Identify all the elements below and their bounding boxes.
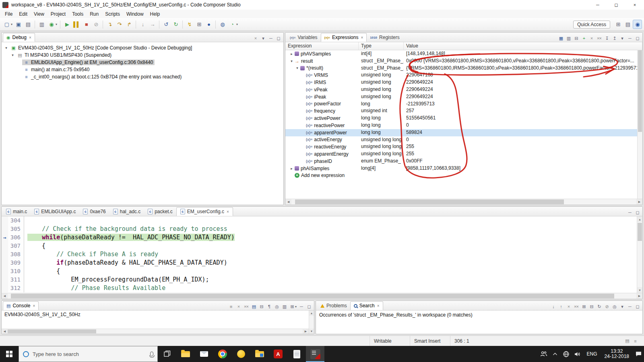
scroll-down-icon[interactable]: ▼ xyxy=(309,329,314,334)
disconnect-icon[interactable]: ⊘ xyxy=(91,20,101,29)
save-icon[interactable]: ▣ xyxy=(14,20,23,29)
remove-match-icon[interactable]: × xyxy=(565,303,572,310)
minimize-icon[interactable]: ─ xyxy=(626,209,634,216)
console-view-icon[interactable]: ▥ xyxy=(37,20,46,29)
tab-variables[interactable]: (x)= Variables xyxy=(287,33,321,42)
external-tools-menu-arrow[interactable]: ▾ xyxy=(236,23,238,26)
scroll-track[interactable] xyxy=(637,222,642,287)
code-text[interactable]: EM_processForegroundData(EM_PH_A_IDX); xyxy=(24,276,209,284)
memory-view-icon[interactable]: ⊞ xyxy=(194,20,204,29)
expression-row[interactable]: (x)=IRMSunsigned long2290649224 xyxy=(285,79,642,86)
maximize-button[interactable]: ◻ xyxy=(607,0,625,10)
quick-access-button[interactable]: Quick Access xyxy=(573,21,610,29)
expander-icon[interactable]: ▾ xyxy=(3,46,9,50)
minimize-button[interactable]: ─ xyxy=(588,0,607,10)
expression-row[interactable]: ▸phAVSamplesint[4][148,149,148,148] xyxy=(285,50,642,58)
step-into-icon[interactable]: ↴ xyxy=(105,20,114,29)
expression-row[interactable]: (x)=activePowerlong long51556450561 xyxy=(285,115,642,122)
tab-registers[interactable]: 1010 Registers xyxy=(367,33,402,42)
menu-file[interactable]: File xyxy=(2,10,16,18)
menu-view[interactable]: View xyxy=(31,10,47,18)
view-menu-icon[interactable]: ▾ xyxy=(618,35,626,42)
suspend-icon[interactable]: ▌▌ xyxy=(72,20,81,29)
scroll-lock-icon[interactable]: ⊟ xyxy=(258,303,265,310)
remove-all-expressions-icon[interactable]: ×× xyxy=(595,35,603,42)
search-tab-close-icon[interactable]: × xyxy=(377,304,380,308)
start-button[interactable] xyxy=(0,346,19,362)
expressions-vscrollbar[interactable] xyxy=(637,50,642,199)
debug-launch-icon[interactable]: ◉ xyxy=(47,20,56,29)
scroll-thumb[interactable] xyxy=(295,200,564,204)
expression-row[interactable]: (x)=frequencyunsigned int257 xyxy=(285,107,642,115)
scroll-up-icon[interactable]: ▲ xyxy=(309,311,314,316)
menu-scripts[interactable]: Scripts xyxy=(102,10,123,18)
view-menu-icon[interactable]: ▾ xyxy=(259,35,267,42)
expander-icon[interactable]: ▸ xyxy=(289,52,295,56)
display-selected-console-icon[interactable]: ▥ xyxy=(281,303,288,310)
search-tab[interactable]: Search × xyxy=(350,301,383,310)
pin-console-icon[interactable]: ◎ xyxy=(273,303,281,310)
expander-icon[interactable]: ▸ xyxy=(289,167,295,171)
column-type[interactable]: Type xyxy=(359,42,404,50)
editor-tab-close-icon[interactable]: × xyxy=(227,210,229,214)
new-icon[interactable]: ▢ xyxy=(2,20,11,29)
add-expression-icon[interactable]: + xyxy=(580,35,588,42)
debug-stack-row[interactable]: ≡EMLibGUIApp_Engine() at EM_userConfig.c… xyxy=(2,59,283,66)
collapse-all-icon[interactable]: ⊟ xyxy=(572,35,580,42)
print-icon[interactable]: ▤ xyxy=(23,20,33,29)
terminate-console-icon[interactable]: ■ xyxy=(227,303,235,310)
action-center-button[interactable] xyxy=(633,346,644,362)
taskbar-app-folder-app[interactable] xyxy=(250,346,269,362)
maximize-icon[interactable]: ◻ xyxy=(634,35,641,42)
code-text[interactable]: // Check if Phase A is ready xyxy=(24,250,158,259)
scroll-thumb[interactable] xyxy=(638,223,642,241)
microphone-icon[interactable] xyxy=(150,352,153,356)
expander-icon[interactable]: ▾ xyxy=(289,59,295,63)
debug-stack-row[interactable]: ≡main() at main.c:75 0x9540 xyxy=(2,66,283,73)
code-text[interactable]: { xyxy=(24,267,60,276)
scroll-right-icon[interactable]: ▶ xyxy=(303,329,309,334)
minimize-icon[interactable]: ─ xyxy=(297,303,305,310)
taskbar-app-mail[interactable] xyxy=(195,346,213,362)
show-previous-match-icon[interactable]: ↑ xyxy=(557,303,565,310)
expression-row[interactable]: (x)=reactiveEnergyunsigned long long255 xyxy=(285,143,642,150)
remove-all-matches-icon[interactable]: ×× xyxy=(572,303,580,310)
expression-row[interactable]: (x)=powerFactorlong-2129395713 xyxy=(285,101,642,108)
expression-row[interactable]: (x)=reactivePowerlong long0 xyxy=(285,122,642,129)
show-next-match-icon[interactable]: ↓ xyxy=(549,303,557,310)
restart-icon[interactable]: ↺ xyxy=(161,20,171,29)
expressions-tab-close-icon[interactable]: × xyxy=(361,35,363,40)
resume-icon[interactable]: ▶ xyxy=(62,20,72,29)
expander-icon[interactable]: ▾ xyxy=(294,66,300,70)
ccs-debug-perspective-icon[interactable]: ◉ xyxy=(633,20,642,29)
editor-tab-0xae76[interactable]: 0xae76 xyxy=(79,207,109,216)
editor-tab-hal-adc-c[interactable]: hal_adc.c xyxy=(109,207,144,216)
scroll-right-icon[interactable]: ▶ xyxy=(636,199,642,205)
expression-row[interactable]: +Add new expression xyxy=(285,172,642,179)
expression-row[interactable]: ▾*(result)struct _EM_Phase_...{VRMS=3368… xyxy=(285,65,642,72)
expression-row[interactable]: (x)=phaseIDenum EM_Phase_0x00FF xyxy=(285,158,642,165)
flash-icon[interactable]: ↯ xyxy=(185,20,194,29)
expression-row[interactable]: ▸phAISampleslong[4][9858,11197,10663,933… xyxy=(285,165,642,172)
step-return-icon[interactable]: ↱ xyxy=(124,20,134,29)
export-icon[interactable]: ↥ xyxy=(611,35,618,42)
new-menu-arrow[interactable]: ▾ xyxy=(11,23,12,26)
expression-row[interactable]: (x)=VRMSunsigned long2290647168 xyxy=(285,72,642,79)
editor-tab-packet-c[interactable]: packet.c xyxy=(144,207,176,216)
refresh-icon[interactable]: ↻ xyxy=(171,20,180,29)
menu-project[interactable]: Project xyxy=(47,10,69,18)
code-text[interactable]: // Phase Results Available xyxy=(24,284,165,292)
maximize-icon[interactable]: ◻ xyxy=(275,35,282,42)
layout-icon[interactable]: ▥ xyxy=(565,35,572,42)
taskbar-app-acrobat[interactable]: A xyxy=(269,346,287,362)
scroll-up-icon[interactable]: ▲ xyxy=(637,216,642,222)
code-text[interactable] xyxy=(24,216,27,225)
debug-tab[interactable]: ◉ Debug × xyxy=(3,33,35,42)
scroll-track[interactable] xyxy=(291,199,636,205)
step-over-icon[interactable]: ↷ xyxy=(115,20,124,29)
tab-expressions[interactable]: (x)= Expressions × xyxy=(321,33,367,42)
expression-row[interactable]: (x)=apparentPowerlong long589824 xyxy=(285,129,642,136)
scroll-down-icon[interactable]: ▼ xyxy=(637,287,642,293)
debug-stack-row[interactable]: ▾▣EVM430-i2040S_SH_1V_1C_50Hz [Code Comp… xyxy=(2,44,283,51)
instruction-step-over-icon[interactable]: → xyxy=(148,20,157,29)
